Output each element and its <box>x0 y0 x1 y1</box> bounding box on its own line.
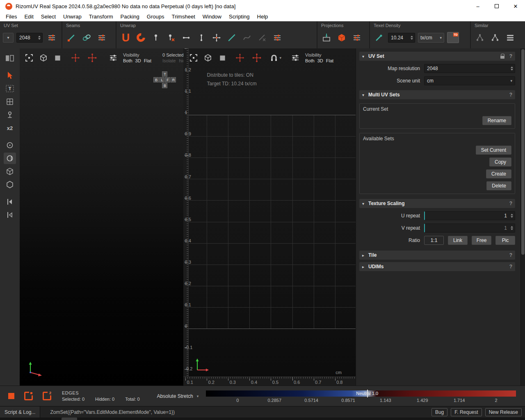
shading-cube-button[interactable] <box>203 52 213 63</box>
vertical-constraint-button[interactable] <box>195 32 208 44</box>
menu-item[interactable]: Scripting <box>225 14 253 20</box>
constrain-unwrap-button[interactable] <box>135 32 147 44</box>
isolate-option[interactable]: Isolate <box>162 58 176 64</box>
edit-seams-button[interactable] <box>65 32 78 44</box>
visibility-option[interactable]: Flat <box>144 58 151 64</box>
lattice-tool-button[interactable] <box>4 96 16 107</box>
double-resolution-button[interactable]: x2 <box>4 122 16 134</box>
menu-item[interactable]: Window <box>199 14 225 20</box>
visibility-option[interactable]: Both <box>123 58 132 64</box>
spinner-arrows-icon[interactable] <box>509 214 515 218</box>
spinner-arrows-icon[interactable] <box>409 36 415 40</box>
seams-options-button[interactable] <box>96 32 108 44</box>
help-icon[interactable]: ? <box>509 92 512 98</box>
viewport-layout-button[interactable] <box>4 52 16 64</box>
unwrap-options-button[interactable] <box>271 32 283 44</box>
center-view-button[interactable] <box>251 52 262 63</box>
help-icon[interactable]: ? <box>509 252 512 258</box>
straighten-edge-button[interactable] <box>226 32 238 44</box>
uv-set-dropdown[interactable]: ▾ <box>3 33 14 43</box>
flat-shading-button[interactable] <box>217 52 228 63</box>
pin-move-button[interactable] <box>210 32 223 44</box>
menu-item[interactable]: Select <box>37 14 59 20</box>
uv-set-action-button[interactable]: Copy <box>489 158 511 167</box>
select-tool-button[interactable] <box>4 70 16 81</box>
island-group-mode-button[interactable]: 2 <box>43 392 51 400</box>
island-mode-button[interactable] <box>24 392 33 400</box>
lock-icon[interactable] <box>500 56 504 59</box>
texel-density-spinner[interactable]: 10.24 <box>388 33 415 43</box>
script-log-button[interactable]: Script & Log... <box>0 406 40 418</box>
visibility-options-button[interactable] <box>290 52 301 63</box>
ratio-mode-button[interactable]: 1:1 <box>424 236 444 245</box>
spinner-arrows-icon[interactable] <box>509 226 515 230</box>
remove-constraint-button[interactable] <box>256 32 268 44</box>
menu-item[interactable]: Transform <box>85 14 117 20</box>
center-view-button[interactable] <box>87 52 98 63</box>
spinner-arrows-icon[interactable] <box>509 66 515 71</box>
unwrap-button[interactable]: U <box>119 32 132 44</box>
texture-tool-button[interactable]: T <box>4 83 16 94</box>
viewcube-face[interactable]: B <box>153 77 159 82</box>
texel-unit-dropdown[interactable]: tx/cm ▾ <box>418 33 444 43</box>
weld-seams-button[interactable] <box>80 32 93 44</box>
panel-header-tile[interactable]: ▸ Tile ? <box>359 251 515 260</box>
symmetry-alt-button[interactable] <box>4 209 16 221</box>
ratio-mode-button[interactable]: Free <box>472 236 491 245</box>
curve-constraint-button[interactable] <box>241 32 253 44</box>
panel-header-uv-set[interactable]: ▾ UV Set ? <box>359 52 515 61</box>
topology-circle-button[interactable] <box>4 139 16 151</box>
viewcube-face[interactable]: L <box>159 77 164 82</box>
ratio-mode-button[interactable]: Pic <box>495 236 515 245</box>
view-cube[interactable]: T BLFR B <box>153 71 176 88</box>
symmetry-button[interactable] <box>4 196 16 208</box>
viewport-3d[interactable]: Visibility Both3DFlat 0 Selected Isolate… <box>20 48 184 386</box>
scrollbar-thumb[interactable] <box>521 49 525 255</box>
brush-tool-button[interactable] <box>4 109 16 121</box>
uv-set-action-button[interactable]: Set Current <box>476 146 511 155</box>
scene-unit-dropdown[interactable]: cm ▾ <box>424 76 515 85</box>
help-icon[interactable]: ? <box>509 264 512 269</box>
viewcube-top[interactable]: T <box>162 71 167 77</box>
viewport-uv[interactable]: 1.21.110.90.80.70.60.50.40.30.20.10-0.1-… <box>183 48 356 386</box>
menu-item[interactable]: Packing <box>117 14 143 20</box>
statusbar-link-button[interactable]: New Release <box>485 408 522 416</box>
v-repeat-input[interactable]: 1 <box>424 224 515 233</box>
shading-cube-button[interactable] <box>38 52 49 63</box>
polygon-mode-button[interactable] <box>4 179 16 190</box>
horizontal-constraint-button[interactable] <box>180 32 192 44</box>
stack-similar-button[interactable] <box>489 32 501 44</box>
texel-density-picker-button[interactable] <box>373 32 385 44</box>
panel-header-multi-uv-sets[interactable]: ▾ Multi UV Sets ? <box>359 90 515 99</box>
box-projection-button[interactable] <box>336 32 348 44</box>
panel-header-texture-scaling[interactable]: ▾ Texture Scaling ? <box>359 199 515 208</box>
isolate-option[interactable]: hid <box>179 58 183 64</box>
visibility-options-button[interactable] <box>108 52 119 63</box>
visibility-option[interactable]: Both <box>305 58 315 64</box>
map-resolution-input[interactable]: 2048 <box>424 64 515 73</box>
minimize-button[interactable]: – <box>468 0 487 12</box>
uv-set-action-button[interactable]: Create <box>486 169 511 178</box>
help-icon[interactable]: ? <box>509 53 512 59</box>
flat-shading-button[interactable] <box>52 52 63 63</box>
select-similar-button[interactable] <box>474 32 486 44</box>
stack-islands-button[interactable] <box>504 32 516 44</box>
menu-item[interactable]: Unwrap <box>59 14 85 20</box>
menu-item[interactable]: Edit <box>21 14 37 20</box>
visibility-option[interactable]: 3D <box>317 58 323 64</box>
planar-projection-button[interactable] <box>320 32 333 44</box>
close-button[interactable]: ✕ <box>506 0 525 12</box>
texel-density-apply-button[interactable]: TD <box>447 32 459 43</box>
uv-set-resolution-spinner[interactable]: 2048 <box>16 33 43 43</box>
menu-item[interactable]: Trimsheet <box>168 14 199 20</box>
rename-button[interactable]: Rename <box>482 116 511 125</box>
panel-scrollbar[interactable] <box>520 48 525 386</box>
focus-selection-button[interactable] <box>235 52 245 63</box>
frame-view-button[interactable] <box>188 52 199 63</box>
maximize-button[interactable] <box>487 0 506 12</box>
visibility-option[interactable]: 3D <box>135 58 141 64</box>
spinner-arrows-icon[interactable] <box>37 36 42 40</box>
panel-drag-handle[interactable] <box>62 418 77 420</box>
help-icon[interactable]: ? <box>509 201 512 206</box>
topology-segment-button[interactable] <box>4 153 16 164</box>
